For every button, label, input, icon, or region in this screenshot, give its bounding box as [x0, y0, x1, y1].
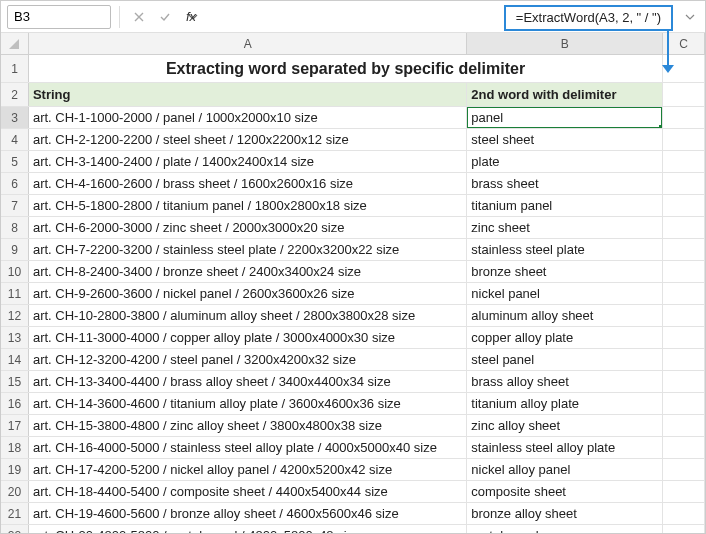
row-header[interactable]: 1	[1, 55, 29, 82]
cell-word[interactable]: steel panel	[467, 349, 663, 370]
cell[interactable]	[663, 393, 705, 414]
cell[interactable]	[663, 195, 705, 216]
cell-word[interactable]: copper alloy plate	[467, 327, 663, 348]
row-header[interactable]: 15	[1, 371, 29, 392]
cell-word[interactable]: stainless steel alloy plate	[467, 437, 663, 458]
cell-word[interactable]: bronze alloy sheet	[467, 503, 663, 524]
cell[interactable]	[663, 283, 705, 304]
cell-string[interactable]: art. CH-19-4600-5600 / bronze alloy shee…	[29, 503, 467, 524]
select-all-corner[interactable]	[1, 33, 29, 54]
cell-string[interactable]: art. CH-16-4000-5000 / stainless steel a…	[29, 437, 467, 458]
cell-word[interactable]: zinc alloy sheet	[467, 415, 663, 436]
cell[interactable]	[663, 305, 705, 326]
row-header[interactable]: 13	[1, 327, 29, 348]
row-header[interactable]: 22	[1, 525, 29, 534]
cell-string[interactable]: art. CH-15-3800-4800 / zinc alloy sheet …	[29, 415, 467, 436]
cell-string[interactable]: art. CH-4-1600-2600 / brass sheet / 1600…	[29, 173, 467, 194]
cell[interactable]	[663, 129, 705, 150]
cell[interactable]	[663, 415, 705, 436]
cell-string[interactable]: art. CH-10-2800-3800 / aluminum alloy sh…	[29, 305, 467, 326]
row-header[interactable]: 3	[1, 107, 29, 128]
cell-word[interactable]: plate	[467, 151, 663, 172]
table-row: 20art. CH-18-4400-5400 / composite sheet…	[1, 481, 705, 503]
cell-string[interactable]: art. CH-6-2000-3000 / zinc sheet / 2000x…	[29, 217, 467, 238]
cell-word[interactable]: zinc sheet	[467, 217, 663, 238]
cell-string[interactable]: art. CH-8-2400-3400 / bronze sheet / 240…	[29, 261, 467, 282]
name-box[interactable]	[7, 5, 111, 29]
cell-string[interactable]: art. CH-12-3200-4200 / steel panel / 320…	[29, 349, 467, 370]
cell-string[interactable]: art. CH-18-4400-5400 / composite sheet /…	[29, 481, 467, 502]
cell-string[interactable]: art. CH-11-3000-4000 / copper alloy plat…	[29, 327, 467, 348]
header-cell-string[interactable]: String	[29, 83, 467, 106]
column-headers: A B C	[1, 33, 705, 55]
cell-word[interactable]: brass alloy sheet	[467, 371, 663, 392]
row-header[interactable]: 14	[1, 349, 29, 370]
table-row: 4art. CH-2-1200-2200 / steel sheet / 120…	[1, 129, 705, 151]
cell[interactable]	[663, 371, 705, 392]
row-header[interactable]: 9	[1, 239, 29, 260]
cell[interactable]	[663, 83, 705, 106]
cell-word[interactable]: titanium panel	[467, 195, 663, 216]
cell-string[interactable]: art. CH-1-1000-2000 / panel / 1000x2000x…	[29, 107, 467, 128]
cell-word[interactable]: steel sheet	[467, 129, 663, 150]
cell[interactable]	[663, 217, 705, 238]
row-header[interactable]: 18	[1, 437, 29, 458]
row-header[interactable]: 19	[1, 459, 29, 480]
cell[interactable]	[663, 349, 705, 370]
cell-word[interactable]: bronze sheet	[467, 261, 663, 282]
cell-string[interactable]: art. CH-7-2200-3200 / stainless steel pl…	[29, 239, 467, 260]
cell[interactable]	[663, 107, 705, 128]
cell[interactable]	[663, 481, 705, 502]
cell[interactable]	[663, 151, 705, 172]
column-header-a[interactable]: A	[29, 33, 467, 54]
column-header-c[interactable]: C	[663, 33, 705, 54]
cell-string[interactable]: art. CH-2-1200-2200 / steel sheet / 1200…	[29, 129, 467, 150]
cell[interactable]	[663, 459, 705, 480]
cell-string[interactable]: art. CH-13-3400-4400 / brass alloy sheet…	[29, 371, 467, 392]
cell[interactable]	[663, 239, 705, 260]
cell[interactable]	[663, 173, 705, 194]
row-header[interactable]: 4	[1, 129, 29, 150]
row-header[interactable]: 21	[1, 503, 29, 524]
cell-string[interactable]: art. CH-20-4800-5800 / metal panel / 480…	[29, 525, 467, 534]
row-header[interactable]: 2	[1, 83, 29, 106]
row-header[interactable]: 12	[1, 305, 29, 326]
formula-expand-button[interactable]	[681, 12, 699, 22]
column-header-b[interactable]: B	[467, 33, 663, 54]
insert-function-button[interactable]: fx	[180, 6, 202, 28]
table-row: 8art. CH-6-2000-3000 / zinc sheet / 2000…	[1, 217, 705, 239]
row-header[interactable]: 16	[1, 393, 29, 414]
cell-word[interactable]: nickel panel	[467, 283, 663, 304]
cell-word[interactable]: panel	[467, 107, 663, 128]
cell[interactable]	[663, 437, 705, 458]
cell[interactable]	[663, 503, 705, 524]
row-header[interactable]: 6	[1, 173, 29, 194]
cell-string[interactable]: art. CH-3-1400-2400 / plate / 1400x2400x…	[29, 151, 467, 172]
row-header[interactable]: 11	[1, 283, 29, 304]
cell-string[interactable]: art. CH-5-1800-2800 / titanium panel / 1…	[29, 195, 467, 216]
cell[interactable]	[663, 525, 705, 534]
cell[interactable]	[663, 327, 705, 348]
row-header[interactable]: 20	[1, 481, 29, 502]
cell-word[interactable]: metal panel	[467, 525, 663, 534]
cell-word[interactable]: brass sheet	[467, 173, 663, 194]
row-header[interactable]: 5	[1, 151, 29, 172]
cell-string[interactable]: art. CH-14-3600-4600 / titanium alloy pl…	[29, 393, 467, 414]
header-cell-word[interactable]: 2nd word with delimiter	[467, 83, 663, 106]
cell-word[interactable]: aluminum alloy sheet	[467, 305, 663, 326]
cell-word[interactable]: stainless steel plate	[467, 239, 663, 260]
cell[interactable]	[663, 261, 705, 282]
cell-word[interactable]: nickel alloy panel	[467, 459, 663, 480]
enter-formula-button[interactable]	[154, 6, 176, 28]
cancel-formula-button[interactable]	[128, 6, 150, 28]
row-header[interactable]: 17	[1, 415, 29, 436]
row-header[interactable]: 10	[1, 261, 29, 282]
title-cell[interactable]: Extracting word separated by specific de…	[29, 55, 663, 82]
cell-string[interactable]: art. CH-17-4200-5200 / nickel alloy pane…	[29, 459, 467, 480]
fill-handle[interactable]	[659, 125, 663, 128]
cell-word[interactable]: composite sheet	[467, 481, 663, 502]
row-header[interactable]: 7	[1, 195, 29, 216]
row-header[interactable]: 8	[1, 217, 29, 238]
cell-string[interactable]: art. CH-9-2600-3600 / nickel panel / 260…	[29, 283, 467, 304]
cell-word[interactable]: titanium alloy plate	[467, 393, 663, 414]
